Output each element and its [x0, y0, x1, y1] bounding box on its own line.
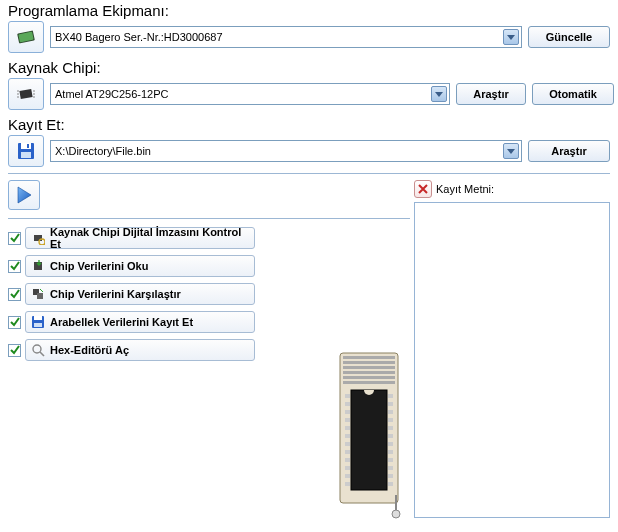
svg-rect-41 — [345, 466, 350, 470]
step-row: Chip Verilerini Karşılaştır — [8, 283, 410, 305]
svg-line-23 — [40, 352, 44, 356]
svg-rect-2 — [19, 89, 32, 99]
zif-socket-image — [334, 350, 404, 522]
step-read-chip[interactable]: Chip Verilerini Oku — [25, 255, 255, 277]
svg-rect-40 — [345, 458, 350, 462]
svg-rect-21 — [34, 323, 42, 327]
source-chip-label: Kaynak Chipi: — [8, 59, 610, 76]
chip-compare-icon — [30, 286, 46, 302]
save-search-button[interactable]: Araştır — [528, 140, 610, 162]
svg-rect-35 — [345, 418, 350, 422]
svg-rect-26 — [343, 361, 395, 364]
save-label: Kayıt Et: — [8, 116, 610, 133]
svg-rect-25 — [343, 356, 395, 359]
svg-rect-42 — [345, 474, 350, 478]
chip-value: Atmel AT29C256-12PC — [55, 88, 169, 100]
log-body — [414, 202, 610, 518]
step-checkbox[interactable] — [8, 232, 21, 245]
dropdown-arrow-icon[interactable] — [431, 86, 447, 102]
svg-rect-13 — [34, 235, 42, 241]
svg-rect-33 — [345, 402, 350, 406]
step-checkbox[interactable] — [8, 344, 21, 357]
chip-read-icon — [30, 258, 46, 274]
svg-rect-44 — [388, 394, 393, 398]
equipment-value: BX40 Bagero Ser.-Nr.:HD3000687 — [55, 31, 223, 43]
svg-rect-32 — [345, 394, 350, 398]
svg-rect-29 — [343, 376, 395, 379]
svg-rect-11 — [21, 152, 31, 158]
equipment-combo[interactable]: BX40 Bagero Ser.-Nr.:HD3000687 — [50, 26, 522, 48]
clear-log-button[interactable] — [414, 180, 432, 198]
svg-rect-30 — [343, 381, 395, 384]
save-path-combo[interactable]: X:\Directory\File.bin — [50, 140, 522, 162]
svg-rect-27 — [343, 366, 395, 369]
svg-rect-52 — [388, 458, 393, 462]
svg-rect-37 — [345, 434, 350, 438]
dropdown-arrow-icon[interactable] — [503, 29, 519, 45]
step-check-signature[interactable]: Kaynak Chipi Dijital İmzasını Kontrol Et — [25, 227, 255, 249]
step-list: Kaynak Chipi Dijital İmzasını Kontrol Et… — [8, 227, 410, 361]
svg-point-22 — [33, 345, 41, 353]
step-checkbox[interactable] — [8, 260, 21, 273]
step-hex-editor[interactable]: Hex-Editörü Aç — [25, 339, 255, 361]
svg-line-15 — [44, 244, 45, 245]
update-button[interactable]: Güncelle — [528, 26, 610, 48]
svg-point-57 — [392, 510, 400, 518]
save-path-value: X:\Directory\File.bin — [55, 145, 151, 157]
svg-rect-12 — [27, 144, 29, 148]
step-label: Kaynak Chipi Dijital İmzasını Kontrol Et — [50, 226, 250, 250]
step-checkbox[interactable] — [8, 316, 21, 329]
svg-rect-53 — [388, 466, 393, 470]
divider — [8, 173, 610, 174]
svg-rect-47 — [388, 418, 393, 422]
svg-rect-38 — [345, 442, 350, 446]
svg-rect-55 — [388, 482, 393, 486]
svg-rect-48 — [388, 426, 393, 430]
svg-rect-39 — [345, 450, 350, 454]
magnifier-icon — [30, 342, 46, 358]
save-icon-button[interactable] — [8, 135, 44, 167]
svg-rect-20 — [34, 316, 42, 320]
step-row: Chip Verilerini Oku — [8, 255, 410, 277]
step-compare-chip[interactable]: Chip Verilerini Karşılaştır — [25, 283, 255, 305]
run-button[interactable] — [8, 180, 40, 210]
chip-combo[interactable]: Atmel AT29C256-12PC — [50, 83, 450, 105]
step-row: Arabellek Verilerini Kayıt Et — [8, 311, 410, 333]
dropdown-arrow-icon[interactable] — [503, 143, 519, 159]
step-checkbox[interactable] — [8, 288, 21, 301]
svg-rect-50 — [388, 442, 393, 446]
equipment-label: Programlama Ekipmanı: — [8, 2, 610, 19]
svg-rect-43 — [345, 482, 350, 486]
svg-rect-34 — [345, 410, 350, 414]
chip-search-button[interactable]: Araştır — [456, 83, 526, 105]
svg-rect-51 — [388, 450, 393, 454]
step-label: Chip Verilerini Oku — [50, 260, 148, 272]
step-save-buffer[interactable]: Arabellek Verilerini Kayıt Et — [25, 311, 255, 333]
log-title: Kayıt Metni: — [436, 183, 494, 195]
svg-rect-54 — [388, 474, 393, 478]
signature-icon — [30, 230, 46, 246]
svg-rect-18 — [37, 293, 43, 299]
step-label: Chip Verilerini Karşılaştır — [50, 288, 181, 300]
svg-rect-46 — [388, 410, 393, 414]
svg-rect-31 — [351, 390, 387, 490]
svg-rect-45 — [388, 402, 393, 406]
chip-icon-button[interactable] — [8, 78, 44, 110]
step-row: Kaynak Chipi Dijital İmzasını Kontrol Et — [8, 227, 410, 249]
svg-rect-49 — [388, 434, 393, 438]
step-label: Hex-Editörü Aç — [50, 344, 129, 356]
floppy-icon — [30, 314, 46, 330]
svg-rect-28 — [343, 371, 395, 374]
svg-rect-10 — [21, 143, 31, 149]
chip-auto-button[interactable]: Otomatik — [532, 83, 614, 105]
svg-rect-36 — [345, 426, 350, 430]
log-header: Kayıt Metni: — [414, 178, 610, 202]
equipment-icon-button[interactable] — [8, 21, 44, 53]
step-label: Arabellek Verilerini Kayıt Et — [50, 316, 193, 328]
